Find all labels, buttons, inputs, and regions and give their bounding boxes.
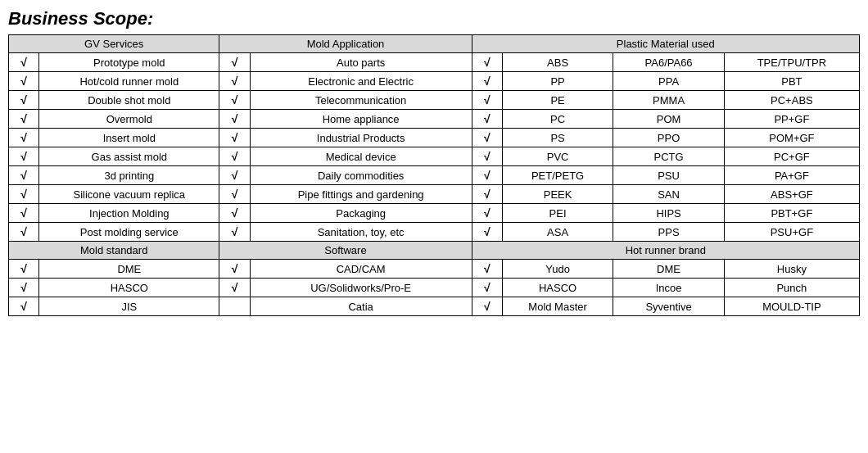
check-mat-3: √ (472, 110, 502, 129)
material2-9: PPS (613, 223, 724, 242)
service-9: Post molding service (39, 223, 219, 242)
material3-3: PP+GF (724, 110, 859, 129)
software-2: Catia (250, 297, 472, 316)
material3-2: PC+ABS (724, 91, 859, 110)
check-app-8: √ (219, 204, 250, 223)
check-app-6: √ (219, 166, 250, 185)
check-service-2: √ (9, 91, 39, 110)
check-service-6: √ (9, 166, 39, 185)
application-4: Industrial Products (250, 129, 472, 147)
standard-0: DME (39, 260, 219, 279)
check-service-8: √ (9, 204, 39, 223)
table-row: √ Double shot mold √ Telecommunication √… (9, 91, 860, 110)
table-row: √ Silicone vacuum replica √ Pipe fitting… (9, 185, 860, 204)
page-title: Business Scope: (8, 8, 860, 29)
application-7: Pipe fittings and gardening (250, 185, 472, 204)
material1-8: PEI (502, 204, 613, 223)
check-mat-0: √ (472, 53, 502, 72)
check-mat-2: √ (472, 91, 502, 110)
service-2: Double shot mold (39, 91, 219, 110)
material2-2: PMMA (613, 91, 724, 110)
hr3-0: Husky (724, 260, 859, 279)
check-mat-1: √ (472, 72, 502, 91)
service-6: 3d printing (39, 166, 219, 185)
material2-7: SAN (613, 185, 724, 204)
header-gv-services: GV Services (9, 35, 219, 53)
check-mat-5: √ (472, 147, 502, 166)
material2-0: PA6/PA66 (613, 53, 724, 72)
table-row: √ Hot/cold runner mold √ Electronic and … (9, 72, 860, 91)
hr2-2: Syventive (613, 297, 724, 316)
hr3-2: MOULD-TIP (724, 297, 859, 316)
hr2-0: DME (613, 260, 724, 279)
material3-9: PSU+GF (724, 223, 859, 242)
bottom-row: √ JIS Catia √ Mold Master Syventive MOUL… (9, 297, 860, 316)
material1-3: PC (502, 110, 613, 129)
service-3: Overmold (39, 110, 219, 129)
header-software: Software (219, 242, 472, 260)
material1-2: PE (502, 91, 613, 110)
material1-1: PP (502, 72, 613, 91)
table-row: √ Prototype mold √ Auto parts √ ABS PA6/… (9, 53, 860, 72)
material3-6: PA+GF (724, 166, 859, 185)
business-scope-table: GV Services Mold Application Plastic Mat… (8, 34, 860, 316)
material3-8: PBT+GF (724, 204, 859, 223)
material1-4: PS (502, 129, 613, 147)
bottom-row: √ HASCO √ UG/Solidworks/Pro-E √ HASCO In… (9, 279, 860, 297)
table-row: √ Injection Molding √ Packaging √ PEI HI… (9, 204, 860, 223)
check-hr-1: √ (472, 279, 502, 297)
table-row: √ Overmold √ Home appliance √ PC POM PP+… (9, 110, 860, 129)
material2-3: POM (613, 110, 724, 129)
hr1-0: Yudo (502, 260, 613, 279)
material1-0: ABS (502, 53, 613, 72)
software-1: UG/Solidworks/Pro-E (250, 279, 472, 297)
header-hot-runner: Hot runner brand (472, 242, 859, 260)
material3-0: TPE/TPU/TPR (724, 53, 859, 72)
check-app-2: √ (219, 91, 250, 110)
header-mold-standard: Mold standard (9, 242, 219, 260)
table-row: √ Insert mold √ Industrial Products √ PS… (9, 129, 860, 147)
check-sw-2 (219, 297, 250, 316)
service-1: Hot/cold runner mold (39, 72, 219, 91)
check-std-0: √ (9, 260, 39, 279)
check-service-7: √ (9, 185, 39, 204)
material1-5: PVC (502, 147, 613, 166)
hr2-1: Incoe (613, 279, 724, 297)
service-5: Gas assist mold (39, 147, 219, 166)
service-4: Insert mold (39, 129, 219, 147)
table-row: √ 3d printing √ Daily commodities √ PET/… (9, 166, 860, 185)
header-plastic-material: Plastic Material used (472, 35, 859, 53)
check-sw-0: √ (219, 260, 250, 279)
check-hr-0: √ (472, 260, 502, 279)
material1-9: ASA (502, 223, 613, 242)
check-std-2: √ (9, 297, 39, 316)
application-5: Medical device (250, 147, 472, 166)
check-service-3: √ (9, 110, 39, 129)
material2-5: PCTG (613, 147, 724, 166)
material2-1: PPA (613, 72, 724, 91)
table-row: √ Gas assist mold √ Medical device √ PVC… (9, 147, 860, 166)
application-8: Packaging (250, 204, 472, 223)
check-mat-7: √ (472, 185, 502, 204)
check-service-9: √ (9, 223, 39, 242)
application-9: Sanitation, toy, etc (250, 223, 472, 242)
material1-7: PEEK (502, 185, 613, 204)
standard-1: HASCO (39, 279, 219, 297)
check-mat-9: √ (472, 223, 502, 242)
software-0: CAD/CAM (250, 260, 472, 279)
service-0: Prototype mold (39, 53, 219, 72)
check-app-1: √ (219, 72, 250, 91)
material3-1: PBT (724, 72, 859, 91)
application-6: Daily commodities (250, 166, 472, 185)
application-0: Auto parts (250, 53, 472, 72)
check-mat-6: √ (472, 166, 502, 185)
check-service-4: √ (9, 129, 39, 147)
table-row: √ Post molding service √ Sanitation, toy… (9, 223, 860, 242)
service-8: Injection Molding (39, 204, 219, 223)
hr1-1: HASCO (502, 279, 613, 297)
header-mold-application: Mold Application (219, 35, 472, 53)
check-hr-2: √ (472, 297, 502, 316)
check-app-0: √ (219, 53, 250, 72)
check-std-1: √ (9, 279, 39, 297)
material3-5: PC+GF (724, 147, 859, 166)
